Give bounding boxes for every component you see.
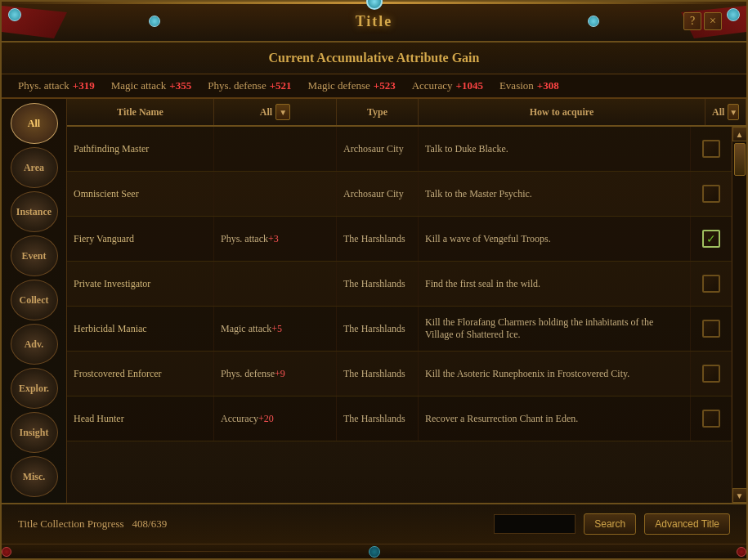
td-area: Archosaur City <box>337 127 419 171</box>
checkbox[interactable] <box>702 140 720 158</box>
bottom-edge <box>2 544 746 558</box>
stat-value: +523 <box>374 79 396 92</box>
td-how: Find the first seal in the wild. <box>419 262 691 306</box>
corner-gem-right <box>727 8 740 21</box>
stat-item: Accuracy +1045 <box>412 79 483 92</box>
stat-value: +521 <box>270 79 292 92</box>
stat-item: Phys. defense +521 <box>208 79 291 92</box>
stat-value: +1045 <box>456 79 483 92</box>
stat-label: Evasion <box>499 79 534 92</box>
advanced-title-button[interactable]: Advanced Title <box>644 513 730 535</box>
table-row: Omniscient Seer Archosaur City Talk to t… <box>67 172 732 217</box>
th-title-name: Title Name <box>67 99 214 125</box>
td-area: The Harshlands <box>337 307 419 351</box>
header-gem-right <box>588 16 599 27</box>
th-how-to-acquire: How to acquire <box>419 99 705 125</box>
stat-item: Phys. attack +319 <box>18 79 95 92</box>
corner-gem-left <box>8 8 21 21</box>
category-button-instance[interactable]: Instance <box>11 191 58 232</box>
stat-value: +319 <box>73 79 95 92</box>
td-how: Talk to the Master Psychic. <box>419 172 691 216</box>
table-row: Private Investigator The Harshlands Find… <box>67 262 732 307</box>
checkbox[interactable] <box>702 365 720 383</box>
bottom-gem-left <box>2 547 11 557</box>
th-all-right: All ▼ <box>705 99 746 125</box>
dropdown-all-right[interactable]: ▼ <box>728 104 739 120</box>
category-sidebar: AllAreaInstanceEventCollectAdv.Explor.In… <box>2 99 67 503</box>
td-title-name: Frostcovered Enforcer <box>67 352 214 396</box>
td-check <box>691 127 732 171</box>
td-how: Recover a Resurrection Chant in Eden. <box>419 396 691 441</box>
td-title-name: Private Investigator <box>67 262 214 306</box>
td-check <box>691 217 732 261</box>
search-button[interactable]: Search <box>584 513 636 535</box>
stat-label: Accuracy <box>412 79 453 92</box>
bottom-bar: Title Collection Progress 408/639 Search… <box>2 503 746 544</box>
td-title-name: Fiery Vanguard <box>67 217 214 261</box>
stat-item: Magic attack +355 <box>111 79 191 92</box>
checkbox[interactable] <box>702 230 720 248</box>
checkbox[interactable] <box>702 410 720 428</box>
td-bonus: Phys. defense +9 <box>214 352 337 396</box>
table-row: Pathfinding Master Archosaur City Talk t… <box>67 127 732 172</box>
td-bonus <box>214 172 337 216</box>
table-header: Title Name All ▼ Type How to acquire All… <box>67 99 746 127</box>
search-input[interactable] <box>494 514 576 534</box>
checkbox[interactable] <box>702 320 720 338</box>
td-how: Talk to Duke Blacke. <box>419 127 691 171</box>
td-bonus <box>214 127 337 171</box>
main-window: Title ? × Current Accumulative Attribute… <box>0 0 748 560</box>
checkbox[interactable] <box>702 185 720 203</box>
dropdown-all-left[interactable]: ▼ <box>275 104 290 120</box>
category-button-collect[interactable]: Collect <box>11 280 58 320</box>
table-container: AllAreaInstanceEventCollectAdv.Explor.In… <box>2 99 746 503</box>
stat-label: Phys. defense <box>208 79 267 92</box>
scroll-thumb[interactable] <box>734 143 746 176</box>
scroll-down-arrow[interactable]: ▼ <box>732 488 747 503</box>
progress-label: Title Collection Progress <box>18 517 124 531</box>
category-button-insight[interactable]: Insight <box>11 412 58 453</box>
stat-value: +355 <box>169 79 191 92</box>
td-area: Archosaur City <box>337 172 419 216</box>
stat-value: +308 <box>537 79 559 92</box>
subtitle-text: Current Accumulative Attribute Gain <box>269 51 480 65</box>
td-title-name: Head Hunter <box>67 396 214 441</box>
bottom-center-gem <box>369 546 380 558</box>
td-area: The Harshlands <box>337 262 419 306</box>
stat-label: Phys. attack <box>18 79 69 92</box>
main-table-area: Title Name All ▼ Type How to acquire All… <box>67 99 746 503</box>
title-gem-top <box>366 0 383 10</box>
stat-label: Magic attack <box>111 79 167 92</box>
bottom-gem-right <box>737 547 746 557</box>
subtitle-bar: Current Accumulative Attribute Gain <box>2 43 746 74</box>
category-button-misc[interactable]: Misc. <box>11 456 58 497</box>
scrollbar[interactable]: ▲ ▼ <box>732 127 746 503</box>
table-row: Frostcovered Enforcer Phys. defense +9 T… <box>67 352 732 396</box>
title-bar: Title ? × <box>2 2 746 43</box>
stat-item: Magic defense +523 <box>308 79 396 92</box>
category-button-all[interactable]: All <box>11 103 58 144</box>
table-row: Herbicidal Maniac Magic attack +5 The Ha… <box>67 307 732 352</box>
close-button[interactable]: × <box>704 12 722 30</box>
td-area: The Harshlands <box>337 352 419 396</box>
category-button-event[interactable]: Event <box>11 235 58 276</box>
category-button-explor[interactable]: Explor. <box>11 368 58 409</box>
search-input-wrapper <box>494 514 576 534</box>
table-body: Pathfinding Master Archosaur City Talk t… <box>67 127 732 503</box>
checkbox[interactable] <box>702 275 720 293</box>
stat-label: Magic defense <box>308 79 370 92</box>
progress-value: 408/639 <box>132 517 168 531</box>
help-button[interactable]: ? <box>683 12 701 30</box>
td-how: Kill the Asoteric Runephoenix in Frostco… <box>419 352 691 396</box>
td-bonus: Magic attack +5 <box>214 307 337 351</box>
category-button-area[interactable]: Area <box>11 147 58 188</box>
td-bonus <box>214 262 337 306</box>
td-bonus: Phys. attack +3 <box>214 217 337 261</box>
th-all-left: All ▼ <box>214 99 337 125</box>
td-check <box>691 262 732 306</box>
header-gem-left <box>149 16 160 27</box>
td-how: Kill the Florafang Charmers holding the … <box>419 307 691 351</box>
td-how: Kill a wave of Vengeful Troops. <box>419 217 691 261</box>
scroll-up-arrow[interactable]: ▲ <box>732 127 747 141</box>
category-button-adv[interactable]: Adv. <box>11 324 58 365</box>
